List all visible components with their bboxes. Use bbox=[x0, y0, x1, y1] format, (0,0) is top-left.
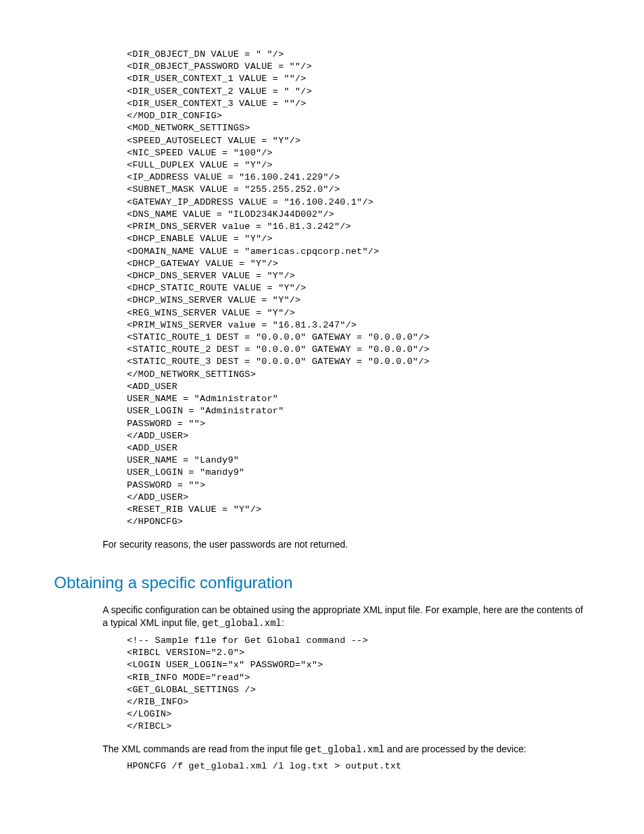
paragraph-security-note: For security reasons, the user passwords… bbox=[103, 538, 590, 552]
code-block-command: HPONCFG /f get_global.xml /l log.txt > o… bbox=[127, 760, 590, 773]
paragraph-commands-read-text-b: and are processed by the device: bbox=[384, 744, 526, 754]
paragraph-commands-read: The XML commands are read from the input… bbox=[103, 743, 590, 757]
paragraph-specific-config-text-b: : bbox=[281, 617, 284, 628]
heading-obtaining-config: Obtaining a specific configuration bbox=[54, 571, 590, 594]
code-block-sample: <!-- Sample file for Get Global command … bbox=[127, 635, 590, 733]
inline-code-get-global: get_global.xml bbox=[202, 618, 281, 629]
paragraph-specific-config-text-a: A specific configuration can be obtained… bbox=[103, 604, 583, 629]
paragraph-specific-config: A specific configuration can be obtained… bbox=[103, 604, 590, 631]
inline-code-get-global-2: get_global.xml bbox=[305, 744, 385, 755]
code-block-config: <DIR_OBJECT_DN VALUE = " "/> <DIR_OBJECT… bbox=[127, 49, 590, 529]
paragraph-commands-read-text-a: The XML commands are read from the input… bbox=[103, 744, 305, 754]
